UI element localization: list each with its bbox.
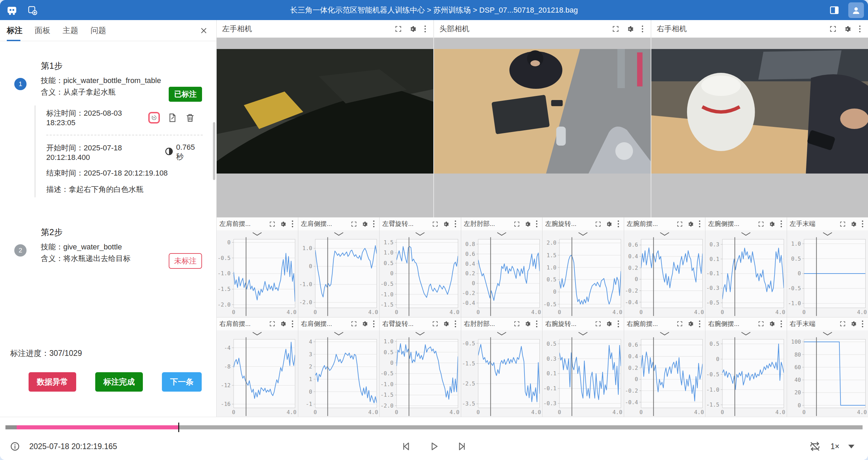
- kebab-menu-icon[interactable]: [857, 25, 863, 33]
- settings-gear-icon[interactable]: [523, 220, 531, 228]
- settings-gear-icon[interactable]: [408, 24, 417, 33]
- chevron-down-icon[interactable]: [380, 230, 461, 237]
- settings-gear-icon[interactable]: [625, 24, 634, 33]
- kebab-menu-icon[interactable]: [371, 220, 377, 228]
- chevron-down-icon[interactable]: [705, 230, 787, 237]
- chevron-down-icon[interactable]: [380, 330, 461, 337]
- fullscreen-icon[interactable]: [513, 220, 520, 228]
- fullscreen-icon[interactable]: [269, 220, 276, 228]
- plot-area[interactable]: 1.00.50-0.5-1.0-1.5-2.004.0: [380, 337, 461, 416]
- settings-gear-icon[interactable]: [686, 220, 694, 228]
- close-icon[interactable]: [199, 26, 209, 36]
- chevron-down-icon[interactable]: [705, 330, 787, 337]
- plot-area[interactable]: 43210-104.0: [298, 337, 380, 416]
- replay-icon[interactable]: [148, 112, 160, 124]
- chevron-down-icon[interactable]: [217, 330, 298, 337]
- settings-gear-icon[interactable]: [843, 24, 852, 33]
- plot-area[interactable]: 1.00-1.0-2.004.0: [298, 237, 380, 316]
- plot-area[interactable]: 0.50.30.1-0.1-0.304.0: [542, 337, 624, 416]
- fullscreen-icon[interactable]: [432, 320, 439, 328]
- fullscreen-icon[interactable]: [269, 320, 276, 328]
- kebab-menu-icon[interactable]: [779, 320, 784, 328]
- plot-area[interactable]: 1.51.00.50-0.5-1.0-1.504.0: [380, 237, 461, 316]
- chevron-down-icon[interactable]: [298, 330, 380, 337]
- fullscreen-icon[interactable]: [595, 320, 602, 328]
- previous-frame-button[interactable]: [399, 440, 413, 453]
- fullscreen-icon[interactable]: [350, 320, 357, 328]
- fullscreen-icon[interactable]: [676, 220, 683, 228]
- chevron-down-icon[interactable]: [787, 330, 868, 337]
- settings-gear-icon[interactable]: [768, 320, 775, 328]
- playback-speed[interactable]: 1×: [831, 442, 839, 451]
- tab-panel[interactable]: 面板: [35, 20, 50, 41]
- fullscreen-icon[interactable]: [595, 220, 602, 228]
- chevron-down-icon[interactable]: [624, 330, 705, 337]
- settings-gear-icon[interactable]: [605, 320, 613, 328]
- plot-area[interactable]: 2.01.51.00.50-0.504.0: [542, 237, 624, 316]
- chevron-down-icon[interactable]: [217, 230, 298, 237]
- settings-gear-icon[interactable]: [279, 220, 287, 228]
- kebab-menu-icon[interactable]: [860, 220, 865, 228]
- kebab-menu-icon[interactable]: [697, 220, 702, 228]
- sidebar-scrollbar[interactable]: [213, 122, 215, 180]
- fullscreen-icon[interactable]: [394, 24, 403, 33]
- tab-issue[interactable]: 问题: [90, 20, 106, 41]
- settings-gear-icon[interactable]: [686, 320, 694, 328]
- kebab-menu-icon[interactable]: [697, 320, 702, 328]
- kebab-menu-icon[interactable]: [534, 320, 539, 328]
- annotation-complete-button[interactable]: 标注完成: [95, 372, 143, 392]
- plot-area[interactable]: 10080604020004.0: [787, 337, 868, 416]
- fullscreen-icon[interactable]: [839, 220, 846, 228]
- next-frame-button[interactable]: [455, 440, 469, 453]
- fullscreen-icon[interactable]: [432, 220, 439, 228]
- plot-area[interactable]: 0.60.40.20-0.2-0.404.0: [624, 337, 705, 416]
- plot-area[interactable]: 1.00.50-0.5-1.004.0: [787, 237, 868, 316]
- delete-icon[interactable]: [184, 112, 196, 124]
- kebab-menu-icon[interactable]: [616, 320, 621, 328]
- kebab-menu-icon[interactable]: [453, 320, 458, 328]
- step-item-2[interactable]: 2 第2步 技能：give_water_bottle 含义：将水瓶递出去给目标 …: [0, 227, 216, 264]
- kebab-menu-icon[interactable]: [290, 220, 295, 228]
- fullscreen-icon[interactable]: [350, 220, 357, 228]
- settings-gear-icon[interactable]: [361, 320, 368, 328]
- kebab-menu-icon[interactable]: [422, 25, 428, 33]
- data-abnormal-button[interactable]: 数据异常: [29, 372, 76, 392]
- fullscreen-icon[interactable]: [757, 220, 765, 228]
- kebab-menu-icon[interactable]: [534, 220, 539, 228]
- kebab-menu-icon[interactable]: [616, 220, 621, 228]
- plot-area[interactable]: -4-8-12-1604.0: [217, 337, 298, 416]
- fullscreen-icon[interactable]: [829, 24, 837, 33]
- chevron-down-icon[interactable]: [542, 230, 624, 237]
- settings-gear-icon[interactable]: [605, 220, 613, 228]
- settings-gear-icon[interactable]: [523, 320, 531, 328]
- fullscreen-icon[interactable]: [839, 320, 846, 328]
- chevron-down-icon[interactable]: [624, 230, 705, 237]
- kebab-menu-icon[interactable]: [640, 25, 645, 33]
- next-item-button[interactable]: 下一条: [162, 372, 202, 392]
- step-item-1[interactable]: 1 第1步 技能：pick_water_bottle_from_table 含义…: [0, 60, 216, 197]
- settings-gear-icon[interactable]: [361, 220, 368, 228]
- settings-gear-icon[interactable]: [849, 320, 857, 328]
- fullscreen-icon[interactable]: [611, 24, 620, 33]
- play-button[interactable]: [427, 440, 441, 453]
- kebab-menu-icon[interactable]: [290, 320, 295, 328]
- chevron-down-icon[interactable]: [787, 230, 868, 237]
- settings-gear-icon[interactable]: [849, 220, 857, 228]
- timeline-track[interactable]: [5, 425, 863, 429]
- chevron-down-icon[interactable]: [461, 330, 542, 337]
- layout-toggle-icon[interactable]: [827, 3, 841, 17]
- plot-area[interactable]: 0.80.60.40.20-0.2-0.404.0: [461, 237, 542, 316]
- chevron-down-icon[interactable]: [542, 330, 624, 337]
- loop-disabled-icon[interactable]: [808, 440, 822, 453]
- kebab-menu-icon[interactable]: [453, 220, 458, 228]
- chevron-down-icon[interactable]: [298, 230, 380, 237]
- user-avatar-button[interactable]: [848, 2, 864, 18]
- edit-icon[interactable]: [167, 112, 178, 124]
- kebab-menu-icon[interactable]: [779, 220, 784, 228]
- plot-area[interactable]: 0.30.1-0.1-0.3-0.504.0: [705, 237, 787, 316]
- chevron-down-icon[interactable]: [461, 230, 542, 237]
- fullscreen-icon[interactable]: [757, 320, 765, 328]
- plot-area[interactable]: 0.60.40.20-0.2-0.404.0: [624, 237, 705, 316]
- fullscreen-icon[interactable]: [676, 320, 683, 328]
- kebab-menu-icon[interactable]: [860, 320, 865, 328]
